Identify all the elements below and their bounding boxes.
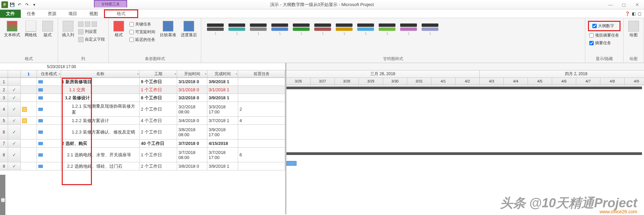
predecessor-cell[interactable] [238, 78, 285, 86]
critical-tasks-checkbox[interactable]: 关键任务 [128, 21, 157, 28]
baseline-button[interactable]: 比较基准 [159, 19, 177, 39]
table-row[interactable]: 5✓1.2.2 装修方案设计4 个工作日3/4/2018 03/7/2018 1… [0, 117, 285, 125]
gantt-style-3[interactable]: ⤵ [270, 21, 290, 38]
row-number[interactable]: 9 [0, 162, 8, 170]
table-row[interactable]: 9✓2.2 选购地砖、墙砖、过门石2 个工作日3/8/2018 03/9/201… [0, 162, 285, 170]
predecessor-cell[interactable]: 4 [238, 117, 285, 124]
start-cell[interactable]: 3/1/2018 0 [177, 78, 207, 86]
outline-number-checkbox[interactable]: 大纲数字 [591, 22, 618, 30]
gantt-style-1[interactable]: ⤵ [227, 21, 247, 38]
tab-format[interactable]: 格式 [104, 9, 138, 18]
tab-view[interactable]: 视图 [83, 10, 104, 18]
finish-cell[interactable]: 3/9/2018 1 [207, 78, 238, 86]
save-icon[interactable]: 💾 [9, 1, 15, 8]
summary-tasks-checkbox[interactable]: 摘要任务 [588, 40, 621, 47]
gantt-bar[interactable] [286, 152, 642, 155]
start-cell[interactable]: 3/8/2018 0 [177, 162, 207, 170]
gridlines-button[interactable]: 网格线 [23, 19, 38, 39]
task-name-cell[interactable]: 1.2.1 实地测量及现场协商装修方案 [61, 102, 140, 116]
redo-icon[interactable]: ↷ [23, 1, 30, 8]
task-mode-cell[interactable] [37, 140, 61, 147]
table-row[interactable]: 7✓2 选材、购买40 个工作日3/7/2018 04/15/2018 [0, 140, 285, 148]
project-summary-checkbox[interactable]: 项目摘要任务 [588, 32, 621, 39]
qat-dropdown-icon[interactable]: ▾ [31, 1, 38, 8]
duration-cell[interactable]: 2 个工作日 [140, 162, 177, 170]
gantt-bar[interactable] [286, 87, 642, 89]
row-number[interactable]: 1 [0, 78, 8, 86]
duration-cell[interactable]: 2 个工作日 [140, 125, 177, 139]
row-number[interactable]: 7 [0, 140, 8, 147]
duration-cell[interactable]: 1 个工作日 [140, 148, 177, 162]
start-cell[interactable]: 3/7/2018 0 [177, 140, 207, 147]
header-name[interactable]: 名称▾ [61, 70, 140, 77]
gantt-style-0[interactable]: ⤵ [205, 21, 225, 38]
undo-icon[interactable]: ↶ [16, 1, 23, 8]
task-mode-cell[interactable] [37, 86, 61, 94]
predecessor-cell[interactable] [238, 86, 285, 94]
gantt-style-4[interactable]: ⤵ [291, 21, 311, 38]
tab-file[interactable]: 文件 [0, 10, 21, 18]
maximize-button[interactable]: ◻ [617, 0, 631, 9]
side-label-gantt[interactable]: 甘特图 [0, 175, 5, 215]
custom-fields-button[interactable]: 自定义字段 [77, 36, 106, 43]
task-mode-cell[interactable] [37, 125, 61, 139]
row-number[interactable]: 2 [0, 86, 8, 94]
insert-column-button[interactable]: 插入列 [61, 19, 75, 39]
duration-cell[interactable]: 4 个工作日 [140, 117, 177, 124]
row-number[interactable]: 8 [0, 148, 8, 162]
column-settings-button[interactable]: 列设置 [77, 28, 106, 35]
header-finish[interactable]: 完成时间▾ [207, 70, 238, 77]
layout-button[interactable]: 版式 [40, 19, 55, 39]
finish-cell[interactable]: 3/9/2018 17:00 [207, 125, 238, 139]
minimize-button[interactable]: — [604, 0, 617, 9]
format-dropdown-button[interactable]: 格式 [111, 19, 126, 39]
tab-project[interactable]: 项目 [62, 10, 83, 18]
text-styles-button[interactable]: 文本样式 [3, 19, 21, 39]
task-name-cell[interactable]: 1.2.3 装修方案确认、修改及定稿 [61, 125, 140, 139]
help-icon[interactable]: ❓ [625, 11, 630, 16]
predecessor-cell[interactable] [238, 94, 285, 102]
gantt-style-5[interactable]: ⤵ [313, 21, 333, 38]
task-name-cell[interactable]: 1.1 交房 [61, 86, 140, 94]
start-cell[interactable]: 3/2/2018 08:00 [177, 102, 207, 116]
duration-cell[interactable]: 8 个工作日 [140, 94, 177, 102]
header-info[interactable]: ℹ [21, 70, 37, 77]
gantt-style-6[interactable]: ⤵ [334, 21, 354, 38]
finish-cell[interactable]: 4/15/2018 [207, 140, 238, 147]
task-mode-cell[interactable] [37, 148, 61, 162]
gantt-body[interactable] [286, 85, 644, 214]
table-row[interactable]: 8✓2.1 选购电线、水管、开关插座等1 个工作日3/7/2018 08:003… [0, 148, 285, 162]
start-cell[interactable]: 3/1/2018 0 [177, 86, 207, 94]
task-mode-cell[interactable] [37, 78, 61, 86]
table-row[interactable]: 6✓1.2.3 装修方案确认、修改及定稿2 个工作日3/8/2018 08:00… [0, 125, 285, 140]
start-cell[interactable]: 3/7/2018 08:00 [177, 148, 207, 162]
predecessor-cell[interactable]: 6 [238, 148, 285, 162]
start-cell[interactable]: 3/8/2018 08:00 [177, 125, 207, 139]
header-start[interactable]: 开始时间▾ [177, 70, 207, 77]
gantt-style-2[interactable]: ⤵ [248, 21, 268, 38]
tab-task[interactable]: 任务 [21, 10, 42, 18]
table-row[interactable]: 11 新房装修项目9 个工作日3/1/2018 03/9/2018 1 [0, 78, 285, 86]
align-buttons[interactable] [77, 21, 106, 28]
duration-cell[interactable]: 9 个工作日 [140, 78, 177, 86]
predecessor-cell[interactable]: 2 [238, 102, 285, 116]
row-number[interactable]: 5 [0, 117, 8, 124]
duration-cell[interactable]: 40 个工作日 [140, 140, 177, 147]
task-name-cell[interactable]: 1.2 装修设计 [61, 94, 140, 102]
slack-checkbox[interactable]: 可宽延时间 [128, 29, 157, 36]
row-number[interactable]: 6 [0, 125, 8, 139]
task-mode-cell[interactable] [37, 162, 61, 170]
close-button[interactable]: ✕ [631, 0, 644, 9]
finish-cell[interactable]: 3/9/2018 1 [207, 94, 238, 102]
start-cell[interactable]: 3/2/2018 0 [177, 94, 207, 102]
duration-cell[interactable]: 1 个工作日 [140, 86, 177, 94]
row-number[interactable]: 3 [0, 94, 8, 102]
task-name-cell[interactable]: 2.2 选购地砖、墙砖、过门石 [61, 162, 140, 170]
predecessor-cell[interactable] [238, 125, 285, 139]
header-indicators[interactable] [8, 70, 21, 77]
minimize-ribbon-icon[interactable]: ▢ [638, 11, 641, 16]
header-duration[interactable]: 工期▾ [140, 70, 177, 77]
window-options-icon[interactable]: ◧ [632, 11, 636, 16]
finish-cell[interactable]: 3/3/2018 17:00 [207, 102, 238, 116]
row-number[interactable]: 4 [0, 102, 8, 116]
